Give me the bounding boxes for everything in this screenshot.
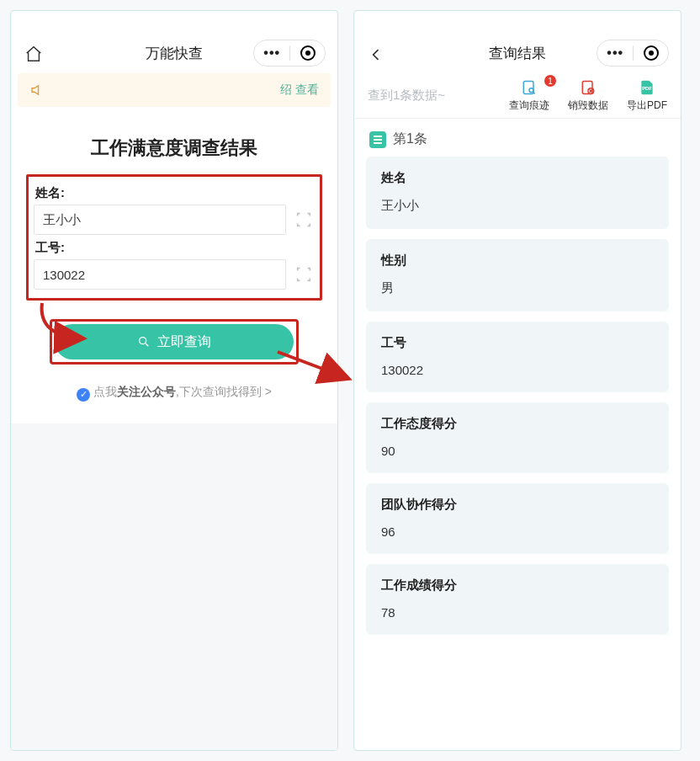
trace-badge: 1: [544, 75, 556, 87]
result-key: 工作成绩得分: [381, 577, 654, 593]
tool-trace[interactable]: 1 查询痕迹: [509, 78, 549, 113]
speaker-icon: [29, 82, 45, 98]
list-icon: [369, 131, 386, 148]
target-icon[interactable]: [644, 45, 659, 61]
more-icon[interactable]: •••: [607, 45, 623, 61]
query-card: 工作满意度调查结果 姓名: 工号:: [18, 115, 331, 423]
result-value: 78: [381, 605, 654, 620]
follow-link[interactable]: ✓点我关注公众号,下次查询找得到 >: [26, 385, 322, 402]
notice-view-link[interactable]: 绍 查看: [280, 82, 319, 98]
phone-query-result: 查询结果 ••• 查到1条数据~ 1: [353, 10, 681, 751]
search-icon: [137, 335, 151, 349]
result-key: 姓名: [381, 170, 654, 186]
notice-bar[interactable]: 绍 查看: [18, 73, 331, 107]
result-key: 工号: [381, 335, 654, 351]
result-toolbar: 查到1条数据~ 1 查询痕迹 销毁数据: [354, 73, 681, 119]
name-label: 姓名:: [35, 185, 315, 201]
result-value: 96: [381, 524, 654, 539]
form-title: 工作满意度调查结果: [26, 136, 322, 161]
result-card: 工号130022: [366, 322, 669, 392]
tool-export[interactable]: PDF 导出PDF: [627, 78, 667, 113]
scan-icon[interactable]: [293, 265, 315, 284]
miniprogram-capsule[interactable]: •••: [253, 40, 326, 67]
more-icon[interactable]: •••: [263, 45, 280, 61]
result-count: 查到1条数据~: [368, 88, 445, 104]
result-card: 团队协作得分96: [366, 483, 669, 554]
target-icon[interactable]: [300, 45, 316, 61]
destroy-icon: [579, 78, 597, 97]
name-input[interactable]: [34, 205, 286, 235]
svg-point-0: [140, 338, 146, 344]
phone-query-form: 万能快查 ••• 绍 查看 工作满意度调查结果: [10, 10, 338, 751]
check-icon: ✓: [77, 388, 90, 402]
section-header: 第1条: [354, 119, 681, 157]
result-card: 性别男: [366, 239, 669, 311]
scan-icon[interactable]: [293, 210, 315, 229]
id-input[interactable]: [34, 259, 286, 290]
svg-point-2: [529, 88, 533, 93]
result-value: 男: [381, 280, 654, 296]
result-key: 工作态度得分: [381, 416, 654, 432]
header: 查询结果 •••: [354, 11, 681, 73]
tool-destroy[interactable]: 销毁数据: [568, 78, 608, 113]
trace-icon: [520, 78, 538, 97]
result-card: 工作态度得分90: [366, 402, 669, 473]
result-key: 性别: [381, 253, 654, 269]
id-label: 工号:: [35, 240, 315, 256]
result-value: 王小小: [381, 198, 654, 214]
result-value: 130022: [381, 363, 654, 377]
highlight-button: 立即查询: [50, 319, 299, 365]
header: 万能快查 •••: [11, 11, 337, 73]
submit-button[interactable]: 立即查询: [55, 324, 294, 359]
result-value: 90: [381, 444, 654, 458]
svg-text:PDF: PDF: [642, 86, 652, 91]
pdf-icon: PDF: [638, 78, 656, 97]
result-card: 工作成绩得分78: [366, 564, 669, 635]
highlight-inputs: 姓名: 工号:: [26, 174, 322, 301]
result-key: 团队协作得分: [381, 497, 654, 513]
miniprogram-capsule[interactable]: •••: [597, 40, 669, 67]
result-list: 姓名王小小性别男工号130022工作态度得分90团队协作得分96工作成绩得分78: [354, 157, 681, 635]
result-card: 姓名王小小: [366, 157, 669, 229]
